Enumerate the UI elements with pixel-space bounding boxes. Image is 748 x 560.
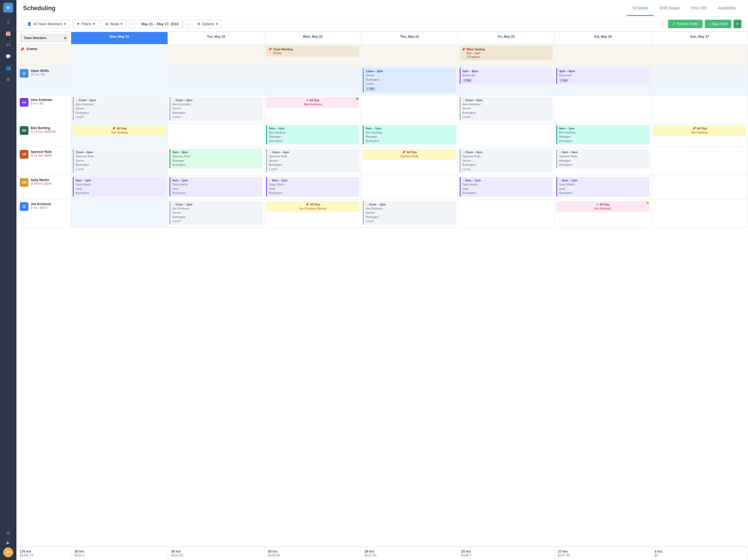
alex-sun[interactable]	[651, 95, 748, 123]
ben-fri[interactable]	[458, 123, 555, 147]
open-shifts-mon[interactable]	[71, 66, 168, 95]
shift-sally-mon[interactable]: 9am – 1pm Sally Martin Host Burlington	[73, 177, 166, 197]
jim-sat[interactable]: ✕ All Day Jim Erickson	[555, 199, 651, 227]
next-week-button[interactable]: ›	[184, 20, 191, 28]
options-button[interactable]: ⚙ Options ▾	[193, 20, 222, 28]
tab-schedule[interactable]: Schedule	[627, 1, 654, 16]
spencer-thu[interactable]: 📌All Day Spencer Rule	[361, 147, 458, 175]
events-sun[interactable]	[651, 44, 748, 66]
ben-sun[interactable]: 📌All Day Ben Bartling	[651, 123, 748, 147]
jim-thu[interactable]: ⚠11am – 2pm Jim Erickson Server Burlingt…	[361, 199, 458, 227]
shift-sally-sat[interactable]: ⚠9am – 1pm Sally Martin Host Burlington	[556, 177, 650, 197]
shift-open-sat[interactable]: 3pm – 9pm Bartender 1 Slot	[556, 68, 650, 84]
shift-ben-mon-allday[interactable]: 📌All Day Ben Bartling	[73, 125, 166, 136]
shift-spencer-tue[interactable]: 9am – 3pm Spencer Rule Manager Burlingto…	[169, 149, 262, 169]
sidebar-item-home[interactable]: ⌂	[3, 17, 13, 27]
events-tue[interactable]	[168, 44, 264, 66]
spencer-mon[interactable]: 11am – 2pm Spencer Rule Server Burlingto…	[71, 147, 168, 175]
tab-shift-swaps[interactable]: Shift Swaps	[654, 1, 685, 16]
event-wine-tasting[interactable]: 📌 Wine Tasting 5pm – 9pm 3 Positions	[460, 46, 553, 60]
shift-alex-fri[interactable]: ⚠11am – 2pm Alex Andrews Server Burlingt…	[460, 97, 553, 121]
sally-mon[interactable]: 9am – 1pm Sally Martin Host Burlington	[71, 175, 168, 199]
sidebar-item-tags[interactable]: 🏷	[3, 40, 13, 50]
ben-thu[interactable]: 9am – 1pm Ben Bartling Manager Burlingto…	[361, 123, 458, 147]
sally-wed[interactable]: ⚠9am – 1pm Sally Martin Host Burlington	[264, 175, 361, 199]
sidebar-item-activity[interactable]: ◎	[3, 528, 13, 538]
jim-tue[interactable]: ⚠11am – 2pm Jim Erickson Server Burlingt…	[168, 199, 264, 227]
shift-jim-sat-allday[interactable]: ✕ All Day Jim Erickson	[556, 201, 650, 212]
spencer-wed[interactable]: ⚠11am – 2pm Spencer Rule Server Burlingt…	[264, 147, 361, 175]
sally-sun[interactable]	[651, 175, 748, 199]
sally-thu[interactable]	[361, 175, 458, 199]
team-members-button[interactable]: 👤 All Team Members ▾	[23, 20, 70, 28]
spencer-tue[interactable]: 9am – 3pm Spencer Rule Manager Burlingto…	[168, 147, 264, 175]
alex-sat[interactable]	[555, 95, 651, 123]
shift-alex-tue[interactable]: ⚠11am – 2pm Alex Andrews Server Burlingt…	[169, 97, 262, 121]
team-members-select[interactable]: Team Members	[20, 34, 68, 42]
sidebar-item-schedule[interactable]: 📅	[3, 28, 13, 38]
shift-alex-mon[interactable]: ⚠11am – 2pm Alex Andrews Server Burlingt…	[73, 97, 166, 121]
spencer-sat[interactable]: ⚠3pm – 9pm Spencer Rule Manager Burlingt…	[555, 147, 651, 175]
avatar[interactable]: JH	[3, 547, 13, 557]
shift-spencer-fri[interactable]: ⚠11am – 2pm Spencer Rule Server Burlingt…	[460, 149, 553, 173]
events-fri[interactable]: 📌 Wine Tasting 5pm – 9pm 3 Positions	[458, 44, 555, 66]
shift-sally-tue[interactable]: 9am – 1pm Sally Martin Host Burlington	[169, 177, 262, 197]
events-thu[interactable]	[361, 44, 458, 66]
shift-open-thu[interactable]: 11am – 2pm Server Burlington Lunch 1 Slo…	[363, 68, 456, 93]
new-shift-button[interactable]: + New Shift	[705, 20, 731, 28]
sidebar-item-team[interactable]: 👥	[3, 63, 13, 73]
alex-fri[interactable]: ⚠11am – 2pm Alex Andrews Server Burlingt…	[458, 95, 555, 123]
filters-button[interactable]: ▼ Filters ▾	[72, 20, 99, 28]
jim-sun[interactable]	[651, 199, 748, 227]
shift-open-fri[interactable]: 3pm – 9pm Bartender 1 Slot	[460, 68, 553, 84]
open-shifts-sat[interactable]: 3pm – 9pm Bartender 1 Slot	[555, 66, 651, 95]
tab-availability[interactable]: Availability	[712, 1, 742, 16]
sidebar-item-messages[interactable]: 💬	[3, 51, 13, 61]
prev-week-button[interactable]: ‹	[129, 20, 136, 28]
jim-wed[interactable]: 📌All Day Jim Erickson School	[264, 199, 361, 227]
spencer-fri[interactable]: ⚠11am – 2pm Spencer Rule Server Burlingt…	[458, 147, 555, 175]
shift-ben-wed[interactable]: 9am – 1pm Ben Bartling Manager Burlingto…	[266, 125, 359, 145]
shift-jim-thu[interactable]: ⚠11am – 2pm Jim Erickson Server Burlingt…	[363, 201, 456, 225]
jim-fri[interactable]	[458, 199, 555, 227]
open-shifts-thu[interactable]: 11am – 2pm Server Burlington Lunch 1 Slo…	[361, 66, 458, 95]
open-shifts-sun[interactable]	[651, 66, 748, 95]
shift-spencer-mon[interactable]: 11am – 2pm Spencer Rule Server Burlingto…	[73, 149, 166, 173]
ben-sat[interactable]: 9am – 1pm Ben Bartling Manager Burlingto…	[555, 123, 651, 147]
tab-time-offs[interactable]: Time Offs	[685, 1, 712, 16]
ben-mon[interactable]: 📌All Day Ben Bartling	[71, 123, 168, 147]
events-sat[interactable]	[555, 44, 651, 66]
alex-tue[interactable]: ⚠11am – 2pm Alex Andrews Server Burlingt…	[168, 95, 264, 123]
events-mon[interactable]	[71, 44, 168, 66]
sidebar-item-settings[interactable]: ⚙	[3, 74, 13, 84]
shift-sally-fri[interactable]: ⚠9am – 1pm Sally Martin Host Burlington	[460, 177, 553, 197]
shift-spencer-wed[interactable]: ⚠11am – 2pm Spencer Rule Server Burlingt…	[266, 149, 359, 173]
ben-wed[interactable]: 9am – 1pm Ben Bartling Manager Burlingto…	[264, 123, 361, 147]
sally-tue[interactable]: 9am – 1pm Sally Martin Host Burlington	[168, 175, 264, 199]
ben-tue[interactable]	[168, 123, 264, 147]
shift-ben-sat[interactable]: 9am – 1pm Ben Bartling Manager Burlingto…	[556, 125, 650, 145]
open-shifts-tue[interactable]	[168, 66, 264, 95]
open-shifts-wed[interactable]	[264, 66, 361, 95]
shift-alex-wed-allday[interactable]: ✕ All Day Alex Andrews	[266, 97, 359, 108]
shift-ben-thu[interactable]: 9am – 1pm Ben Bartling Manager Burlingto…	[363, 125, 456, 145]
sally-sat[interactable]: ⚠9am – 1pm Sally Martin Host Burlington	[555, 175, 651, 199]
jim-mon[interactable]	[71, 199, 168, 227]
sally-fri[interactable]: ⚠9am – 1pm Sally Martin Host Burlington	[458, 175, 555, 199]
shift-spencer-thu-allday[interactable]: 📌All Day Spencer Rule	[363, 149, 456, 160]
shift-jim-wed-allday[interactable]: 📌All Day Jim Erickson School	[266, 201, 359, 212]
sidebar-item-play[interactable]: ▶	[3, 538, 13, 547]
event-team-meeting[interactable]: 📌 Team Meeting All Day	[266, 46, 359, 57]
alex-wed[interactable]: ✕ All Day Alex Andrews	[264, 95, 361, 123]
shift-jim-tue[interactable]: ⚠11am – 2pm Jim Erickson Server Burlingt…	[169, 201, 262, 225]
open-shifts-fri[interactable]: 3pm – 9pm Bartender 1 Slot	[458, 66, 555, 95]
shift-sally-wed[interactable]: ⚠9am – 1pm Sally Martin Host Burlington	[266, 177, 359, 197]
events-wed[interactable]: 📌 Team Meeting All Day	[264, 44, 361, 66]
alex-mon[interactable]: ⚠11am – 2pm Alex Andrews Server Burlingt…	[71, 95, 168, 123]
alex-thu[interactable]	[361, 95, 458, 123]
new-shift-dropdown-button[interactable]: ▾	[733, 20, 742, 28]
publish-shifts-button[interactable]: ✓ Publish Shifts	[668, 20, 703, 28]
week-button[interactable]: ⊞ Week ▾	[101, 20, 127, 28]
shift-spencer-sat[interactable]: ⚠3pm – 9pm Spencer Rule Manager Burlingt…	[556, 149, 650, 169]
shift-ben-sun-allday[interactable]: 📌All Day Ben Bartling	[653, 125, 746, 136]
